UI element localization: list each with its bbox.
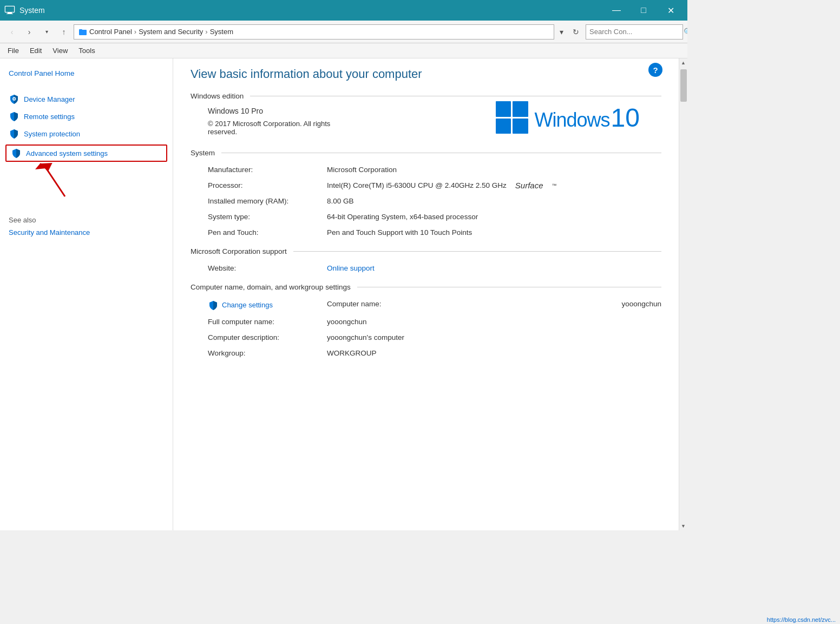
main-layout: Control Panel Home ⚙ Device Manager Remo… [0,58,687,530]
computer-name-label: Computer name: [327,298,621,310]
content-area: ? View basic information about your comp… [173,58,679,530]
system-header: System [191,149,661,157]
menu-file[interactable]: File [2,44,24,57]
computer-details-grid: Full computer name: yooongchun Computer … [208,316,661,359]
close-button[interactable]: ✕ [658,0,683,21]
sidebar-security-maintenance[interactable]: Security and Maintenance [0,227,173,240]
computer-settings-title: Computer name, domain, and workgroup set… [191,283,351,291]
windows-edition-title: Windows edition [191,92,244,100]
titlebar: System — □ ✕ [0,0,687,21]
computer-name-row: Computer name: yooongchun Change setting… [208,298,661,312]
shield-icon-remote [9,111,19,122]
computer-name-value: yooongchun [621,298,661,310]
forward-button[interactable]: › [22,24,37,40]
sidebar-item-system-protection[interactable]: System protection [0,125,173,142]
system-icon [4,5,15,16]
maximize-button[interactable]: □ [631,0,656,21]
search-input[interactable] [586,28,684,36]
sidebar-item-remote-settings[interactable]: Remote settings [0,108,173,125]
full-name-label: Full computer name: [208,316,327,328]
svg-rect-2 [8,12,12,14]
shield-icon-device: ⚙ [9,94,19,104]
page-title: View basic information about your comput… [191,67,661,81]
up-button[interactable]: ↑ [56,24,71,40]
path-item-2[interactable]: System and Security [139,28,203,36]
processor-label: Processor: [208,179,327,192]
system-type-label: System type: [208,211,327,223]
description-value: yooongchun's computer [327,331,661,344]
ms-support-grid: Website: Online support [208,262,661,274]
website-value[interactable]: Online support [327,262,661,274]
sidebar-label-remote-settings: Remote settings [24,113,75,121]
titlebar-left: System [4,5,45,16]
shield-icon-protection [9,128,19,139]
ram-label: Installed memory (RAM): [208,195,327,207]
address-path[interactable]: Control Panel › System and Security › Sy… [74,24,554,40]
svg-rect-5 [79,29,82,30]
path-item-3[interactable]: System [210,28,233,36]
path-dropdown-button[interactable]: ▾ [556,24,566,40]
workgroup-label: Workgroup: [208,347,327,359]
path-item-1[interactable]: Control Panel [89,28,132,36]
sidebar-label-device-manager: Device Manager [24,95,75,103]
menu-view[interactable]: View [47,44,73,57]
ms-support-header: Microsoft Corporation support [191,247,661,255]
sidebar-label-system-protection: System protection [24,130,80,138]
windows-text: Windows [535,109,610,132]
svg-rect-1 [5,6,14,12]
shield-icon-advanced [11,148,22,159]
full-name-value: yooongchun [327,316,661,328]
website-label: Website: [208,262,327,274]
menu-tools[interactable]: Tools [73,44,100,57]
search-box: 🔍 [586,24,683,40]
svg-rect-3 [6,14,13,14]
windows-edition-content: Windows 10 Pro © 2017 Microsoft Corporat… [208,107,661,136]
system-title: System [191,149,215,157]
sidebar-item-device-manager[interactable]: ⚙ Device Manager [0,90,173,108]
annotation-arrow [32,159,97,202]
scroll-thumb[interactable] [680,69,687,102]
manufacturer-label: Manufacturer: [208,163,327,176]
scroll-up-button[interactable]: ▲ [679,58,688,67]
back-button[interactable]: ‹ [4,24,19,40]
svg-rect-4 [79,30,87,35]
description-label: Computer description: [208,331,327,344]
manufacturer-value: Microsoft Corporation [327,163,661,176]
sidebar: Control Panel Home ⚙ Device Manager Remo… [0,58,173,530]
sidebar-label-advanced-settings: Advanced system settings [26,149,108,157]
annotation-container [0,164,173,207]
windows-edition-header: Windows edition [191,92,661,100]
see-also-label: See also [0,207,173,227]
addressbar: ‹ › ▾ ↑ Control Panel › System and Secur… [0,21,687,43]
windows-logo: Windows 10 [496,101,640,134]
change-settings-label: Change settings [222,301,273,309]
svg-text:⚙: ⚙ [12,96,16,102]
minimize-button[interactable]: — [604,0,629,21]
processor-value: Intel(R) Core(TM) i5-6300U CPU @ 2.40GHz… [327,179,507,192]
scroll-down-button[interactable]: ▼ [679,522,688,530]
ms-support-title: Microsoft Corporation support [191,247,287,255]
titlebar-controls: — □ ✕ [604,0,683,21]
surface-brand: Surface [515,181,543,190]
dropdown-button[interactable]: ▾ [39,24,54,40]
menu-edit[interactable]: Edit [24,44,47,57]
ram-value: 8.00 GB [327,195,661,207]
pen-touch-label: Pen and Touch: [208,226,327,239]
system-type-value: 64-bit Operating System, x64-based proce… [327,211,661,223]
workgroup-value: WORKGROUP [327,347,661,359]
sidebar-control-panel-home[interactable]: Control Panel Home [0,65,173,84]
help-button[interactable]: ? [648,63,662,77]
change-settings-link[interactable]: Change settings [208,300,327,311]
windows-10-text: 10 [611,103,640,133]
computer-settings-header: Computer name, domain, and workgroup set… [191,283,661,291]
shield-icon-settings [208,300,219,311]
scrollbar[interactable]: ▲ ▼ [679,58,687,530]
titlebar-title: System [19,6,45,15]
menubar: File Edit View Tools [0,43,687,58]
windows-flag-icon [496,101,528,134]
system-info-grid: Manufacturer: Microsoft Corporation Proc… [208,163,661,239]
security-maintenance-label: Security and Maintenance [9,228,90,237]
folder-icon [78,28,87,36]
refresh-button[interactable]: ↻ [568,24,583,40]
search-button[interactable]: 🔍 [684,24,687,40]
